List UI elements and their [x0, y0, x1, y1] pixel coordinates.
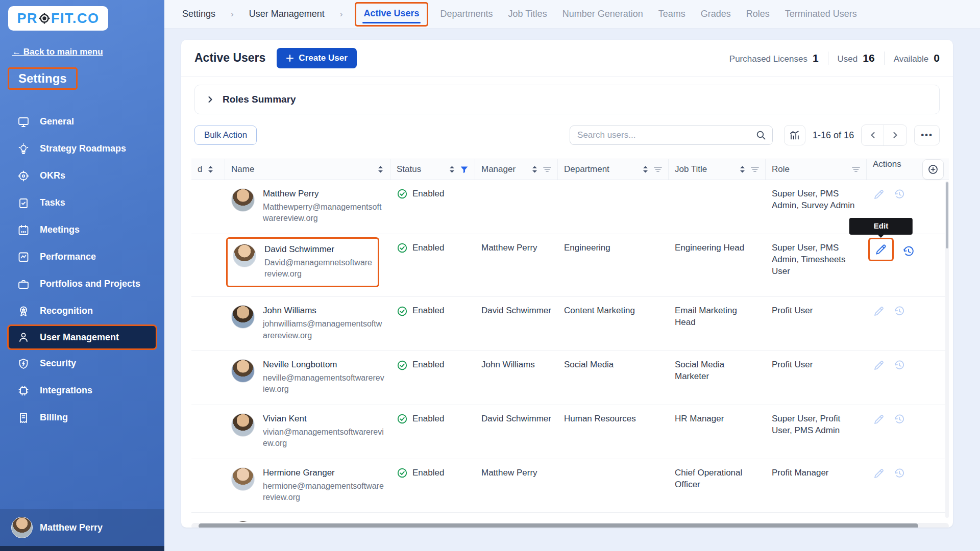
divider [828, 52, 828, 65]
analytics-icon-button[interactable] [784, 125, 805, 145]
column-header-status[interactable]: Status [390, 159, 475, 180]
profit-co-logo[interactable]: PR FIT.CO [8, 6, 108, 31]
filter-icon[interactable] [543, 166, 551, 173]
breadcrumb-user-management[interactable]: User Management [249, 9, 325, 19]
filter-icon[interactable] [751, 166, 759, 173]
pagination-controls: 1-16 of 16 [784, 124, 940, 146]
avatar [231, 188, 255, 212]
logo-text-post: FIT.CO [51, 11, 100, 27]
search-icon[interactable] [755, 130, 767, 141]
table-row[interactable]: Neville Longbottom neville@managementsof… [191, 351, 949, 405]
tab-roles[interactable]: Roles [746, 9, 770, 19]
sort-icon[interactable] [449, 165, 455, 173]
history-icon[interactable] [893, 521, 905, 522]
history-icon[interactable] [893, 188, 905, 201]
department-cell: Social Media [558, 359, 669, 371]
breadcrumb-separator: › [231, 9, 234, 19]
check-circle-icon [397, 521, 408, 522]
role-cell: Profit Manager [766, 521, 867, 522]
tab-job-titles[interactable]: Job Titles [508, 9, 547, 19]
filter-icon[interactable] [852, 166, 860, 173]
column-header-actions: Actions [867, 159, 949, 180]
table-row[interactable]: John Williams johnwilliams@managementsof… [191, 297, 949, 351]
history-icon[interactable] [893, 467, 905, 480]
column-header-manager[interactable]: Manager [475, 159, 558, 180]
sidebar-item-billing[interactable]: Billing [0, 404, 164, 431]
history-icon[interactable] [902, 245, 915, 258]
sidebar-item-strategy-roadmaps[interactable]: Strategy Roadmaps [0, 135, 164, 162]
actions-cell [867, 359, 949, 371]
table-row[interactable]: Matthew Perry Matthewperry@managementsof… [191, 180, 949, 234]
sidebar-item-security[interactable]: Security [0, 350, 164, 377]
history-icon[interactable] [893, 359, 905, 371]
roles-summary-expander[interactable]: Roles Summary [194, 85, 940, 114]
tab-teams[interactable]: Teams [658, 9, 685, 19]
tab-active-users[interactable]: Active Users [355, 2, 428, 27]
status-cell: Enabled [390, 467, 475, 479]
filter-icon[interactable] [654, 166, 662, 173]
sidebar-item-recognition[interactable]: Recognition [0, 297, 164, 324]
previous-page-button[interactable] [862, 125, 884, 145]
table-row[interactable]: David Schwimmer David@managemnetsoftware… [191, 234, 949, 297]
vertical-scrollbar [945, 181, 949, 518]
monitor-icon [17, 115, 31, 129]
table-row[interactable]: Hermione Granger hermione@managementsoft… [191, 459, 949, 513]
tab-terminated-users[interactable]: Terminated Users [785, 9, 857, 19]
sort-icon[interactable] [207, 165, 214, 173]
edit-icon[interactable] [873, 359, 885, 371]
table-header: d Name Status [191, 159, 949, 180]
edit-icon[interactable] [873, 305, 885, 317]
history-icon[interactable] [893, 305, 905, 317]
job-title-cell: Chief Operational Officer [669, 467, 766, 491]
user-name: Matthew Perry [263, 188, 384, 200]
tab-departments[interactable]: Departments [440, 9, 493, 19]
column-label: Role [772, 164, 790, 174]
job-title-cell: Social Media Marketer [669, 359, 766, 383]
avatar [233, 244, 256, 267]
edit-icon[interactable] [874, 243, 888, 256]
table-row[interactable]: Vivian Kent vivian@managementsoftwarerev… [191, 405, 949, 459]
sort-icon[interactable] [377, 165, 384, 173]
edit-icon[interactable] [873, 521, 885, 522]
sidebar-item-general[interactable]: General [0, 108, 164, 135]
edit-icon[interactable] [873, 467, 885, 480]
bulk-action-button[interactable]: Bulk Action [194, 126, 257, 145]
horizontal-scrollbar-thumb[interactable] [199, 523, 918, 528]
add-column-button[interactable] [922, 159, 944, 180]
tab-number-generation[interactable]: Number Generation [562, 9, 643, 19]
column-header-name[interactable]: Name [225, 159, 390, 180]
column-header-job-title[interactable]: Job Title [669, 159, 766, 180]
vertical-scrollbar-thumb[interactable] [946, 182, 948, 248]
role-cell: Profit User [766, 305, 867, 317]
column-header-role[interactable]: Role [766, 159, 867, 180]
sidebar-item-meetings[interactable]: Meetings [0, 216, 164, 243]
sort-icon[interactable] [642, 165, 649, 173]
sidebar-item-user-management[interactable]: User Management [7, 324, 157, 350]
sidebar-item-portfolios-projects[interactable]: Portfolios and Projects [0, 270, 164, 297]
column-label: Actions [873, 159, 901, 169]
tab-grades[interactable]: Grades [701, 9, 731, 19]
sort-icon[interactable] [531, 165, 538, 173]
sidebar-item-okrs[interactable]: OKRs [0, 162, 164, 189]
sidebar-item-integrations[interactable]: Integrations [0, 377, 164, 404]
next-page-button[interactable] [884, 125, 906, 145]
filter-funnel-icon[interactable] [460, 165, 469, 174]
column-header-department[interactable]: Department [558, 159, 669, 180]
edit-icon[interactable] [873, 188, 885, 201]
breadcrumb-settings[interactable]: Settings [182, 9, 215, 19]
purchased-licenses: Purchased Licenses 1 [729, 52, 819, 64]
column-header-id[interactable]: d [191, 159, 225, 180]
history-icon[interactable] [893, 413, 905, 425]
sidebar-item-performance[interactable]: Performance [0, 243, 164, 270]
chevron-right-icon [891, 131, 899, 139]
back-to-main-menu-link[interactable]: ← Back to main menu [12, 47, 103, 57]
sidebar-item-tasks[interactable]: Tasks [0, 189, 164, 216]
sort-icon[interactable] [739, 165, 746, 173]
table-row[interactable]: Joseph Sikora joseph@managementsoftwarer… [191, 513, 949, 522]
sidebar-user-footer[interactable]: Matthew Perry [0, 509, 164, 546]
create-user-button[interactable]: Create User [277, 48, 356, 68]
top-navigation: Settings › User Management › Active User… [164, 0, 980, 29]
edit-icon[interactable] [873, 413, 885, 425]
search-input[interactable] [570, 126, 773, 145]
more-options-button[interactable]: ••• [914, 125, 940, 145]
